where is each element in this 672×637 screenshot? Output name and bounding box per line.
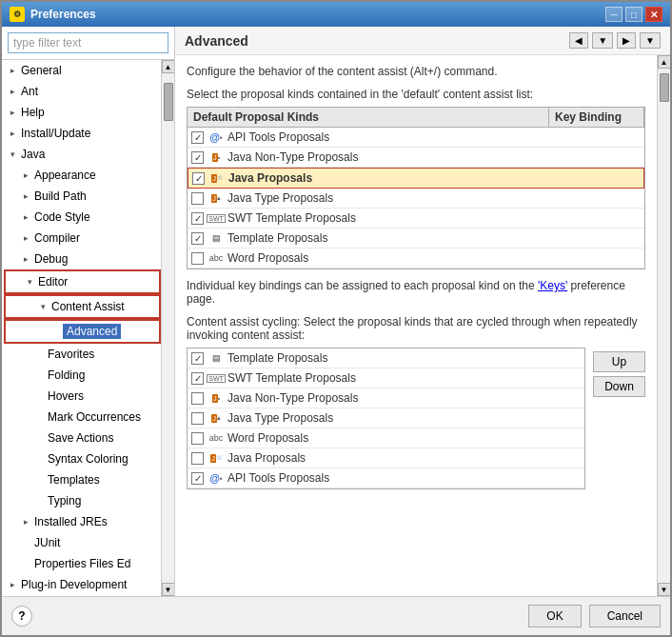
scroll-up-btn[interactable]: ▲ (162, 60, 175, 73)
cycling-row-jnt-c[interactable]: J▪Java Non-Type Proposals (188, 388, 584, 408)
proposal-row-template[interactable]: ▤Template Proposals (188, 229, 644, 249)
tree-item-syntax-coloring[interactable]: Syntax Coloring (2, 448, 161, 469)
label-java-non-type: Java Non-Type Proposals (227, 150, 358, 164)
help-button[interactable]: ? (11, 606, 32, 627)
tree-arrow-appearance[interactable]: ▸ (19, 170, 32, 180)
up-button[interactable]: Up (593, 351, 645, 372)
tree-arrow-debug[interactable]: ▸ (19, 254, 32, 264)
checkbox-word[interactable] (191, 252, 204, 265)
maximize-button[interactable]: □ (625, 7, 642, 22)
tree-item-templates[interactable]: Templates (2, 469, 161, 490)
ok-button[interactable]: OK (528, 605, 581, 627)
cycling-row-jt-c[interactable]: J▴Java Type Proposals (188, 408, 584, 428)
checkbox-template[interactable] (191, 232, 204, 245)
tree-item-help[interactable]: ▸Help (2, 102, 161, 123)
tree-item-plugin-development[interactable]: ▸Plug-in Development (2, 574, 161, 595)
tree-arrow-installed-jres[interactable]: ▸ (19, 517, 32, 527)
tree-item-build-path[interactable]: ▸Build Path (2, 186, 161, 207)
tree-item-editor[interactable]: ▾Editor (4, 269, 161, 294)
left-scrollbar[interactable]: ▲ ▼ (161, 60, 174, 596)
right-scroll-up[interactable]: ▲ (658, 55, 671, 69)
tree-arrow-java[interactable]: ▾ (6, 149, 19, 159)
cycling-row-swt-c[interactable]: SWTSWT Template Proposals (188, 368, 584, 388)
tree-item-debug[interactable]: ▸Debug (2, 249, 161, 269)
checkbox-api-tools[interactable] (191, 131, 204, 144)
nav-back-button[interactable]: ◀ (569, 32, 588, 49)
proposal-row-swt-template[interactable]: SWTSWT Template Proposals (188, 209, 644, 229)
header-toolbar: ◀ ▼ ▶ ▼ (569, 32, 661, 49)
proposal-row-word[interactable]: abcWord Proposals (188, 249, 644, 269)
tree-item-properties-files[interactable]: Properties Files Ed (2, 553, 161, 574)
minimize-button[interactable]: ─ (605, 7, 623, 22)
tree-arrow-help[interactable]: ▸ (6, 108, 19, 117)
keys-link[interactable]: 'Keys' (538, 279, 567, 292)
cycling-row-jp-c[interactable]: J☆Java Proposals (188, 448, 584, 468)
tree-arrow-plugin-development[interactable]: ▸ (6, 580, 19, 589)
tree-arrow-build-path[interactable]: ▸ (19, 191, 32, 201)
tree-item-install-update[interactable]: ▸Install/Update (2, 123, 161, 144)
tree-item-code-style[interactable]: ▸Code Style (2, 207, 161, 228)
checkbox-java-proposals[interactable] (192, 172, 205, 185)
tree-item-hovers[interactable]: Hovers (2, 386, 161, 407)
search-input[interactable] (8, 32, 168, 53)
tree-item-content-assist[interactable]: ▾Content Assist (4, 294, 161, 319)
tree-item-favorites[interactable]: Favorites (2, 344, 161, 365)
tree-item-save-actions[interactable]: Save Actions (2, 428, 161, 448)
tree-item-ant[interactable]: ▸Ant (2, 81, 161, 102)
cycling-row-word-c[interactable]: abcWord Proposals (188, 428, 584, 448)
tree-item-advanced[interactable]: Advanced (4, 319, 161, 344)
tree-label-debug: Debug (32, 251, 69, 267)
tree-arrow-editor[interactable]: ▾ (23, 277, 36, 287)
tree-item-general[interactable]: ▸General (2, 60, 161, 81)
tree-item-java[interactable]: ▾Java (2, 144, 161, 165)
nav-dropdown-button[interactable]: ▼ (592, 32, 613, 49)
cycling-checkbox-word-c[interactable] (191, 432, 204, 445)
tree-arrow-compiler[interactable]: ▸ (19, 233, 32, 243)
tree-arrow-ant[interactable]: ▸ (6, 87, 19, 96)
cycling-checkbox-jnt-c[interactable] (191, 392, 204, 405)
right-scroll-thumb[interactable] (660, 73, 669, 102)
icon-template: ▤ (208, 230, 224, 246)
checkbox-java-non-type[interactable] (191, 151, 204, 164)
down-button[interactable]: Down (593, 376, 645, 397)
cycling-checkbox-jp-c[interactable] (191, 452, 204, 465)
tree-item-folding[interactable]: Folding (2, 365, 161, 386)
proposal-row-java-non-type[interactable]: J▪Java Non-Type Proposals (188, 148, 644, 168)
tree-label-editor: Editor (36, 274, 69, 289)
label-swt-template: SWT Template Proposals (227, 211, 356, 225)
scroll-thumb[interactable] (164, 83, 173, 121)
proposal-row-java-type[interactable]: J▴Java Type Proposals (188, 189, 644, 209)
cycling-checkbox-swt-c[interactable] (191, 372, 204, 385)
tree-arrow-install-update[interactable]: ▸ (6, 129, 19, 138)
cycling-checkbox-jt-c[interactable] (191, 412, 204, 425)
tree-item-appearance[interactable]: ▸Appearance (2, 165, 161, 186)
cycling-checkbox-tpl-c[interactable] (191, 352, 204, 365)
tree-label-install-update: Install/Update (19, 126, 92, 141)
checkbox-java-type[interactable] (191, 192, 204, 205)
scroll-down-btn[interactable]: ▼ (162, 583, 175, 596)
close-button[interactable]: ✕ (645, 7, 662, 22)
right-scrollbar[interactable]: ▲ ▼ (657, 55, 670, 596)
window-title: Preferences (30, 8, 96, 21)
cycling-checkbox-api-c[interactable] (191, 472, 204, 485)
tree-item-compiler[interactable]: ▸Compiler (2, 228, 161, 249)
panel-title: Advanced (185, 33, 248, 49)
cycling-row-api-c[interactable]: @▪API Tools Proposals (188, 468, 584, 488)
tree-arrow-content-assist[interactable]: ▾ (36, 302, 49, 311)
tree-arrow-code-style[interactable]: ▸ (19, 212, 32, 222)
tree-item-mark-occurrences[interactable]: Mark Occurrences (2, 407, 161, 428)
cancel-button[interactable]: Cancel (589, 605, 661, 627)
checkbox-swt-template[interactable] (191, 212, 204, 225)
nav-dropdown2-button[interactable]: ▼ (640, 32, 661, 49)
cycling-icon-jt-c: J▴ (208, 410, 224, 426)
tree-item-typing[interactable]: Typing (2, 490, 161, 511)
right-scroll-track (658, 69, 670, 583)
proposal-row-api-tools[interactable]: @▪API Tools Proposals (188, 128, 644, 148)
tree-item-junit[interactable]: JUnit (2, 532, 161, 553)
right-scroll-down[interactable]: ▼ (658, 583, 671, 596)
proposal-row-java-proposals[interactable]: J☆Java Proposals (188, 168, 644, 189)
cycling-row-tpl-c[interactable]: ▤Template Proposals (188, 348, 584, 368)
tree-item-installed-jres[interactable]: ▸Installed JREs (2, 511, 161, 532)
tree-arrow-general[interactable]: ▸ (6, 66, 19, 75)
nav-forward-button[interactable]: ▶ (617, 32, 636, 49)
